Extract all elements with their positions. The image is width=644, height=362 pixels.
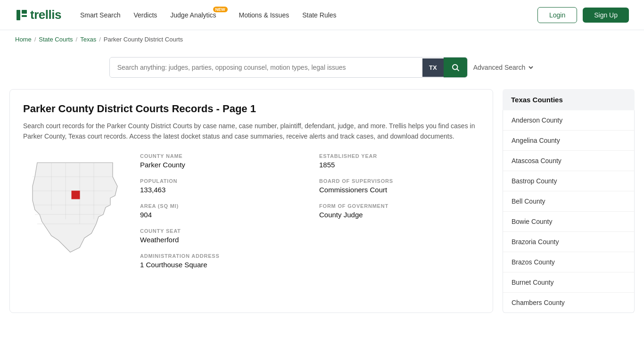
login-button[interactable]: Login bbox=[537, 7, 577, 23]
sidebar-item-angelina[interactable]: Angelina County bbox=[503, 131, 634, 151]
board-supervisors-item: BOARD OF SUPERVISORS Commissioners Court bbox=[319, 178, 479, 194]
county-name-item: COUNTY NAME Parker County bbox=[140, 153, 300, 169]
established-year-item: ESTABLISHED YEAR 1855 bbox=[319, 153, 479, 169]
county-name-label: COUNTY NAME bbox=[140, 153, 300, 159]
population-label: POPULATION bbox=[140, 178, 300, 184]
breadcrumb: Home / State Courts / Texas / Parker Cou… bbox=[0, 30, 644, 49]
board-supervisors-label: BOARD OF SUPERVISORS bbox=[319, 178, 479, 184]
county-seat-label: COUNTY SEAT bbox=[140, 228, 300, 234]
header-actions: Login Sign Up bbox=[537, 7, 629, 23]
content-description: Search court records for the Parker Coun… bbox=[23, 121, 479, 142]
area-value: 904 bbox=[140, 211, 300, 219]
sidebar-item-brazoria[interactable]: Brazoria County bbox=[503, 232, 634, 252]
breadcrumb-sep-1: / bbox=[34, 36, 36, 43]
svg-point-3 bbox=[453, 65, 458, 70]
form-of-government-value: County Judge bbox=[319, 211, 479, 219]
county-info: COUNTY NAME Parker County POPULATION 133… bbox=[23, 153, 479, 278]
content-panel: Parker County District Courts Records - … bbox=[9, 89, 493, 313]
population-item: POPULATION 133,463 bbox=[140, 178, 300, 194]
logo[interactable]: trellis bbox=[15, 8, 61, 22]
detail-col-left: COUNTY NAME Parker County POPULATION 133… bbox=[140, 153, 300, 278]
sidebar-item-atascosa[interactable]: Atascosa County bbox=[503, 151, 634, 171]
new-badge: NEW bbox=[213, 7, 228, 12]
svg-rect-14 bbox=[72, 191, 80, 199]
area-item: AREA (SQ MI) 904 bbox=[140, 203, 300, 219]
signup-button[interactable]: Sign Up bbox=[583, 8, 629, 23]
sidebar-county-list: Anderson County Angelina County Atascosa… bbox=[503, 110, 635, 313]
svg-rect-0 bbox=[17, 10, 20, 20]
form-of-government-label: FORM OF GOVERNMENT bbox=[319, 203, 479, 209]
header: trellis Smart Search Verdicts Judge Anal… bbox=[0, 0, 644, 30]
sidebar-item-anderson[interactable]: Anderson County bbox=[503, 110, 634, 131]
texas-map-svg bbox=[23, 153, 127, 257]
search-button[interactable] bbox=[444, 58, 467, 77]
svg-rect-2 bbox=[22, 15, 27, 17]
county-seat-item: COUNTY SEAT Weatherford bbox=[140, 228, 300, 244]
nav-smart-search[interactable]: Smart Search bbox=[80, 11, 121, 19]
svg-rect-1 bbox=[22, 10, 27, 14]
logo-text: trellis bbox=[30, 8, 61, 22]
detail-col-right: ESTABLISHED YEAR 1855 BOARD OF SUPERVISO… bbox=[319, 153, 479, 278]
breadcrumb-sep-2: / bbox=[76, 36, 78, 43]
sidebar-item-burnet[interactable]: Burnet County bbox=[503, 272, 634, 293]
sidebar-item-brazos[interactable]: Brazos County bbox=[503, 252, 634, 272]
search-wrapper: TX bbox=[109, 57, 468, 78]
search-icon bbox=[451, 63, 460, 72]
form-of-government-item: FORM OF GOVERNMENT County Judge bbox=[319, 203, 479, 219]
established-year-label: ESTABLISHED YEAR bbox=[319, 153, 479, 159]
search-section: TX Advanced Search bbox=[0, 49, 644, 89]
sidebar-item-chambers[interactable]: Chambers County bbox=[503, 293, 634, 313]
nav-motions-issues[interactable]: Motions & Issues bbox=[239, 11, 289, 19]
sidebar-item-bowie[interactable]: Bowie County bbox=[503, 212, 634, 232]
board-supervisors-value: Commissioners Court bbox=[319, 186, 479, 194]
nav-judge-analytics[interactable]: Judge Analytics NEW bbox=[170, 11, 216, 19]
population-value: 133,463 bbox=[140, 186, 300, 194]
svg-line-4 bbox=[457, 69, 459, 71]
chevron-down-icon bbox=[527, 64, 535, 71]
county-map bbox=[23, 153, 127, 278]
main-layout: Parker County District Courts Records - … bbox=[0, 89, 644, 328]
area-label: AREA (SQ MI) bbox=[140, 203, 300, 209]
established-year-value: 1855 bbox=[319, 161, 479, 169]
county-details: COUNTY NAME Parker County POPULATION 133… bbox=[140, 153, 479, 278]
sidebar: Texas Counties Anderson County Angelina … bbox=[503, 89, 635, 313]
main-nav: Smart Search Verdicts Judge Analytics NE… bbox=[80, 11, 337, 19]
admin-address-item: ADMINISTRATION ADDRESS 1 Courthouse Squa… bbox=[140, 253, 300, 269]
admin-address-value: 1 Courthouse Square bbox=[140, 261, 300, 269]
advanced-search-label: Advanced Search bbox=[473, 64, 526, 71]
breadcrumb-state-courts[interactable]: State Courts bbox=[39, 36, 73, 43]
breadcrumb-sep-3: / bbox=[99, 36, 101, 43]
breadcrumb-home[interactable]: Home bbox=[15, 36, 32, 43]
logo-icon bbox=[15, 8, 28, 22]
admin-address-label: ADMINISTRATION ADDRESS bbox=[140, 253, 300, 259]
sidebar-section-title: Texas Counties bbox=[503, 89, 635, 110]
county-seat-value: Weatherford bbox=[140, 236, 300, 244]
search-input[interactable] bbox=[110, 58, 422, 77]
county-name-value: Parker County bbox=[140, 161, 300, 169]
search-state: TX bbox=[422, 58, 444, 77]
nav-verdicts[interactable]: Verdicts bbox=[133, 11, 157, 19]
breadcrumb-texas[interactable]: Texas bbox=[80, 36, 96, 43]
page-title: Parker County District Courts Records - … bbox=[23, 103, 479, 115]
nav-state-rules[interactable]: State Rules bbox=[302, 11, 336, 19]
sidebar-item-bastrop[interactable]: Bastrop County bbox=[503, 171, 634, 191]
advanced-search-toggle[interactable]: Advanced Search bbox=[473, 64, 535, 71]
breadcrumb-current: Parker County District Courts bbox=[104, 36, 183, 43]
sidebar-item-bell[interactable]: Bell County bbox=[503, 191, 634, 212]
